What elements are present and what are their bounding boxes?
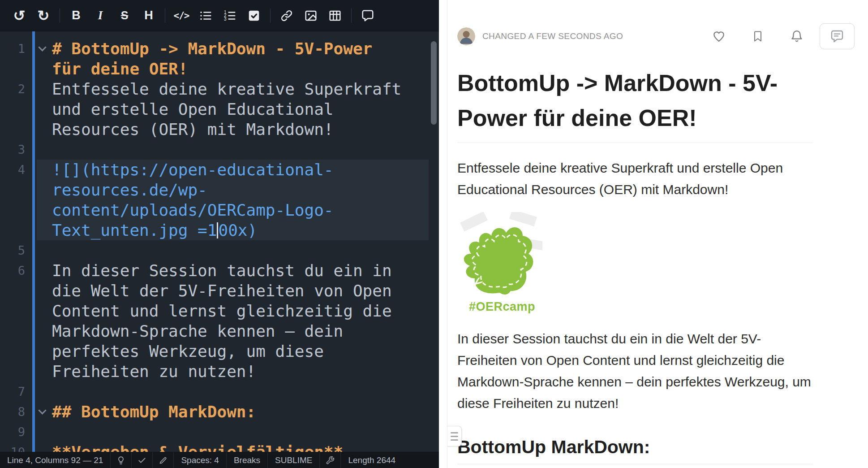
notifications-button[interactable]	[790, 30, 804, 43]
pane-divider[interactable]	[439, 0, 447, 468]
linebreak-setting[interactable]: Breaks	[226, 452, 267, 468]
theme-button[interactable]	[152, 452, 173, 468]
code-text	[37, 139, 429, 160]
editor-line[interactable]: 9	[0, 422, 439, 442]
editor-line[interactable]: Freiheiten zu nutzen!	[0, 361, 439, 381]
lightbulb-icon	[116, 456, 125, 465]
comment-button[interactable]	[356, 5, 380, 26]
line-number	[0, 321, 25, 341]
avatar[interactable]	[457, 27, 475, 45]
code-text: ## BottomUp MarkDown:	[37, 402, 429, 422]
editor-line[interactable]: Text_unten.jpg =100x)	[0, 220, 439, 240]
line-number: 5	[0, 240, 25, 260]
link-button[interactable]	[275, 5, 299, 26]
indent-setting[interactable]: Spaces: 4	[173, 452, 226, 468]
heading-button[interactable]: H	[137, 5, 161, 26]
code-text: ![](https://open-educational-	[37, 160, 429, 180]
comments-panel-button[interactable]	[820, 23, 855, 49]
undo-icon: ↺	[13, 9, 26, 23]
editor-line[interactable]: Resources (OER) mit Markdown!	[0, 119, 439, 139]
code-button[interactable]: </>	[169, 5, 193, 26]
code-text: die Welt der 5V-Freiheiten von Open	[37, 281, 429, 301]
editor-line[interactable]: 8## BottomUp MarkDown:	[0, 402, 439, 422]
cursor-position-text: Line 4, Columns 92 — 21	[7, 455, 103, 465]
bullet-list-button[interactable]	[193, 5, 218, 26]
code-text: resources.de/wp-	[37, 180, 429, 200]
code-text: für deine OER!	[37, 59, 429, 79]
last-changed-label: CHANGED A FEW SECONDS AGO	[482, 31, 623, 41]
night-mode-toggle[interactable]	[110, 452, 131, 468]
editor-line[interactable]: 2Entfessele deine kreative Superkraft	[0, 79, 439, 99]
editor-line[interactable]: 10**Vergeben & Vervielfältigen**	[0, 442, 439, 452]
numbered-list-icon: 1 2 3	[223, 9, 236, 22]
line-number: 8	[0, 402, 25, 422]
like-button[interactable]	[712, 30, 726, 43]
comment-icon	[361, 9, 374, 22]
task-list-button[interactable]	[242, 5, 266, 26]
code-editor[interactable]: 1# BottomUp -> MarkDown - 5V-Powerfür de…	[0, 31, 439, 452]
line-number	[0, 301, 25, 321]
numbered-list-button[interactable]: 1 2 3	[218, 5, 242, 26]
keymap-setting[interactable]: SUBLIME	[267, 452, 319, 468]
editor-line[interactable]: 1# BottomUp -> MarkDown - 5V-Power	[0, 39, 439, 59]
italic-button[interactable]: I	[88, 5, 112, 26]
editor-line[interactable]: 5	[0, 240, 439, 260]
redo-button[interactable]: ↻	[31, 5, 56, 26]
editor-pane: ↺ ↻ B I S H </> 1 2 3	[0, 0, 439, 468]
editor-line[interactable]: 6In dieser Session tauchst du ein in	[0, 260, 439, 281]
line-number	[0, 281, 25, 301]
editor-scrollbar[interactable]	[431, 41, 437, 125]
editor-line[interactable]: resources.de/wp-	[0, 180, 439, 200]
avatar-image	[457, 27, 475, 45]
doc-title: BottomUp -> MarkDown - 5V-Power für dein…	[457, 65, 813, 143]
preview-pane: CHANGED A FEW SECONDS AGO	[447, 0, 868, 468]
editor-line[interactable]: die Welt der 5V-Freiheiten von Open	[0, 281, 439, 301]
editor-statusbar: Line 4, Columns 92 — 21 Spaces: 4 Breaks…	[0, 452, 439, 468]
strikethrough-button[interactable]: S	[112, 5, 137, 26]
line-number	[0, 119, 25, 139]
editor-line[interactable]: Content und lernst gleichzeitig die	[0, 301, 439, 321]
bold-button[interactable]: B	[64, 5, 88, 26]
table-icon	[328, 9, 342, 22]
code-icon: </>	[174, 10, 189, 21]
code-text	[37, 381, 429, 402]
heading-icon: H	[144, 9, 153, 22]
code-text: # BottomUp -> MarkDown - 5V-Power	[37, 39, 429, 59]
code-text: content/uploads/OERCamp-Logo-	[37, 200, 429, 220]
line-number: 4	[0, 160, 25, 180]
editor-line[interactable]: und erstelle Open Educational	[0, 99, 439, 119]
editor-line[interactable]: content/uploads/OERCamp-Logo-	[0, 200, 439, 220]
line-number: 1	[0, 39, 25, 59]
editor-line[interactable]: 3	[0, 139, 439, 160]
editor-line[interactable]: 7	[0, 381, 439, 402]
line-number	[0, 59, 25, 79]
bookmark-button[interactable]	[752, 30, 764, 43]
pane-resize-grip[interactable]	[447, 426, 462, 446]
editor-line[interactable]: für deine OER!	[0, 59, 439, 79]
preferences-button[interactable]	[319, 452, 340, 468]
code-text: Resources (OER) mit Markdown!	[37, 119, 429, 139]
toolbar-separator	[351, 9, 352, 23]
editor-line[interactable]: perfektes Werkzeug, um diese	[0, 341, 439, 361]
rendered-document: BottomUp -> MarkDown - 5V-Power für dein…	[447, 65, 868, 464]
code-text: und erstelle Open Educational	[37, 99, 429, 119]
image-button[interactable]	[299, 5, 323, 26]
line-number	[0, 341, 25, 361]
link-icon	[280, 9, 293, 22]
line-number: 7	[0, 381, 25, 402]
editor-lines: 1# BottomUp -> MarkDown - 5V-Powerfür de…	[0, 31, 439, 452]
brush-icon	[159, 456, 168, 465]
doc-intro-paragraph: Entfessele deine kreative Superkraft und…	[457, 157, 813, 200]
code-text	[37, 422, 429, 442]
line-number	[0, 220, 25, 240]
line-number: 10	[0, 442, 25, 452]
undo-button[interactable]: ↺	[7, 5, 31, 26]
bookmark-icon	[752, 30, 764, 43]
code-text: Markdown-Sprache kennen – dein	[37, 321, 429, 341]
spellcheck-toggle[interactable]	[131, 452, 152, 468]
editor-line[interactable]: Markdown-Sprache kennen – dein	[0, 321, 439, 341]
editor-line[interactable]: 4![](https://open-educational-	[0, 160, 439, 180]
toolbar-separator	[270, 9, 271, 23]
table-button[interactable]	[323, 5, 347, 26]
toolbar-separator	[165, 9, 165, 23]
